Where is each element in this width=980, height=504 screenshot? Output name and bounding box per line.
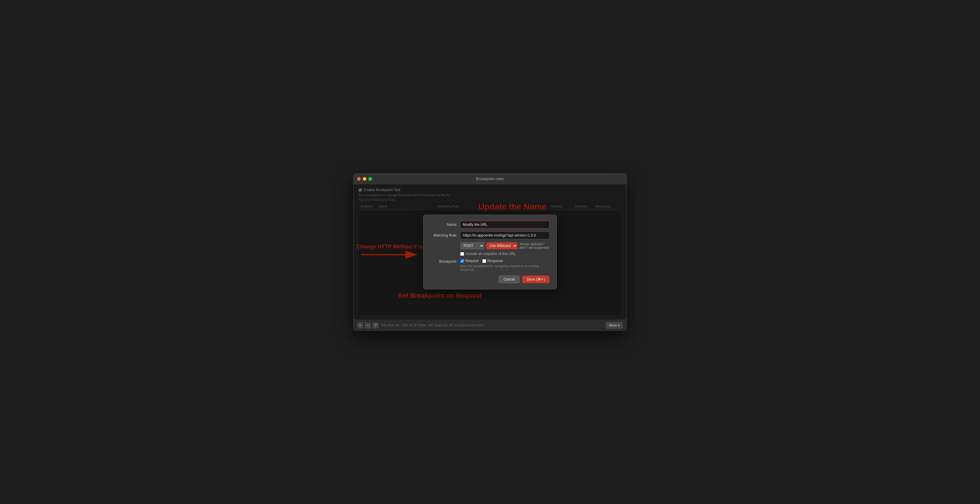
subpath-label: Include all subpaths of this URL xyxy=(466,252,516,256)
status-shortcuts: ⌘N: New; ⌘↵: Edit; ⌘⌫: Delete; ⌘D: Dupli… xyxy=(379,323,606,327)
help-button[interactable]: ? xyxy=(372,322,379,328)
breakpoint-options: Request Response Start the breakpoint fo… xyxy=(460,259,549,271)
request-label: Request xyxy=(465,259,479,263)
add-rule-button[interactable]: + xyxy=(357,322,363,328)
name-label: Name: xyxy=(431,223,460,227)
request-checkbox[interactable] xyxy=(460,259,464,263)
request-check-label[interactable]: Request xyxy=(460,259,479,263)
breakpoint-checks: Request Response xyxy=(460,259,549,263)
matching-rule-label: Matching Rule: xyxy=(431,233,460,238)
response-label: Response xyxy=(487,259,503,263)
dialog: Name: Matching Rule: POST GET PUT DELETE xyxy=(423,214,557,290)
done-button[interactable]: Done (⌘↵) xyxy=(522,276,549,283)
matching-rule-input[interactable] xyxy=(460,231,549,239)
dialog-actions: Cancel Done (⌘↵) xyxy=(431,276,549,283)
subpath-checkbox[interactable] xyxy=(460,252,464,256)
response-checkbox[interactable] xyxy=(482,259,486,263)
titlebar: Breakpoint rules xyxy=(353,174,627,184)
more-chevron-icon: ▾ xyxy=(618,323,620,328)
status-actions: + − ? xyxy=(357,322,379,328)
dialog-name-row: Name: xyxy=(431,221,549,228)
minimize-button[interactable] xyxy=(363,177,366,181)
breakpoint-row: Breakpoint: Request Response xyxy=(431,259,549,271)
content-area: Enable Breakpoint Tool Set a breakpoint … xyxy=(353,184,627,320)
dialog-overlay: Name: Matching Rule: POST GET PUT DELETE xyxy=(353,184,627,320)
subpath-row: Include all subpaths of this URL xyxy=(431,252,549,256)
breakpoint-label: Breakpoint: xyxy=(431,259,460,263)
bp-hint: Start the breakpoint for out-going reque… xyxy=(460,264,549,271)
main-window: Breakpoint rules Enable Breakpoint Tool … xyxy=(353,173,627,331)
close-button[interactable] xyxy=(357,177,361,181)
traffic-lights xyxy=(357,177,372,181)
response-check-label[interactable]: Response xyxy=(482,259,503,263)
status-bar: + − ? ⌘N: New; ⌘↵: Edit; ⌘⌫: Delete; ⌘D:… xyxy=(353,320,627,330)
method-row: POST GET PUT DELETE Use Wildcard Simple … xyxy=(431,242,549,249)
name-input[interactable] xyxy=(460,221,549,228)
more-label: More xyxy=(609,323,617,328)
more-button[interactable]: More ▾ xyxy=(606,322,623,329)
wildcard-select[interactable]: Use Wildcard xyxy=(486,242,518,249)
maximize-button[interactable] xyxy=(368,177,372,181)
window-title: Breakpoint rules xyxy=(476,176,504,181)
remove-rule-button[interactable]: − xyxy=(365,322,371,328)
method-select[interactable]: POST GET PUT DELETE xyxy=(460,242,484,249)
cancel-button[interactable]: Cancel xyxy=(499,276,520,283)
dialog-matching-row: Matching Rule: xyxy=(431,231,549,239)
wildcard-hint: Simple wildcard * and ? are supported xyxy=(519,242,549,249)
